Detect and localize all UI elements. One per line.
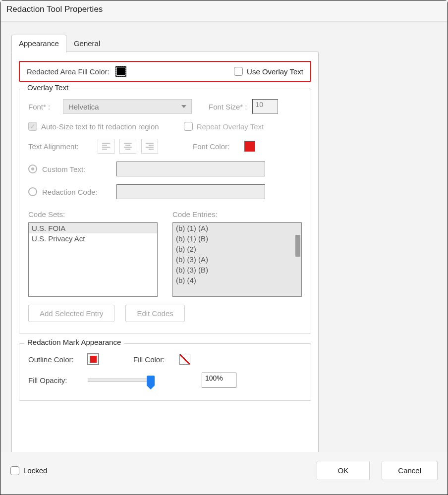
list-item[interactable]: (b) (3) (A) — [173, 254, 301, 265]
locked-label: Locked — [23, 466, 47, 475]
edit-codes-button[interactable]: Edit Codes — [125, 305, 184, 322]
redaction-mark-fieldset: Redaction Mark Appearance Outline Color:… — [19, 343, 311, 401]
code-entries-label: Code Entries: — [172, 210, 302, 219]
font-size-input[interactable]: 10 — [252, 99, 278, 114]
use-overlay-text-label: Use Overlay Text — [247, 67, 303, 76]
dialog-window: Redaction Tool Properties Appearance Gen… — [0, 0, 448, 495]
autosize-label: Auto-Size text to fit redaction region — [41, 122, 159, 131]
ok-button[interactable]: OK — [317, 461, 370, 480]
redaction-code-input[interactable] — [116, 184, 265, 199]
align-right-button[interactable] — [141, 139, 158, 154]
radio-icon — [28, 187, 37, 196]
tab-strip: Appearance General — [11, 35, 108, 53]
align-left-icon — [102, 143, 110, 150]
code-sets-listbox[interactable]: U.S. FOIA U.S. Privacy Act — [28, 222, 158, 297]
checkbox-icon — [10, 466, 19, 475]
align-left-button[interactable] — [98, 139, 114, 154]
font-color-swatch[interactable] — [244, 141, 255, 152]
redacted-fill-color-row: Redacted Area Fill Color: Use Overlay Te… — [19, 61, 311, 82]
repeat-overlay-checkbox[interactable]: Repeat Overlay Text — [184, 122, 264, 131]
redaction-code-radio[interactable]: Redaction Code: — [28, 187, 112, 196]
add-selected-entry-button[interactable]: Add Selected Entry — [28, 305, 114, 322]
overlay-text-legend: Overlay Text — [24, 83, 71, 92]
checkbox-icon — [28, 122, 37, 131]
custom-text-label: Custom Text: — [42, 165, 112, 173]
list-item[interactable]: (b) (1) (B) — [173, 233, 301, 244]
list-item[interactable]: (b) (2) — [173, 244, 301, 254]
code-sets-label: Code Sets: — [28, 210, 158, 219]
checkbox-icon — [184, 122, 193, 131]
font-label: Font* : — [28, 103, 58, 111]
checkbox-icon — [234, 67, 243, 76]
slider-track — [88, 378, 152, 382]
list-item[interactable]: U.S. FOIA — [29, 223, 157, 233]
text-alignment-label: Text Alignment: — [28, 142, 93, 151]
tab-general[interactable]: General — [66, 35, 108, 53]
custom-text-radio[interactable]: Custom Text: — [28, 165, 112, 173]
fill-opacity-slider[interactable] — [88, 378, 162, 382]
font-color-label: Font Color: — [193, 142, 229, 151]
align-center-icon — [124, 143, 132, 150]
font-value: Helvetica — [68, 103, 99, 111]
slider-thumb-icon[interactable] — [147, 376, 155, 385]
fill-opacity-label: Fill Opacity: — [28, 376, 83, 385]
tab-appearance[interactable]: Appearance — [11, 35, 66, 53]
dialog-body: Appearance General Redacted Area Fill Co… — [0, 22, 448, 494]
cancel-button[interactable]: Cancel — [382, 461, 438, 480]
autosize-checkbox[interactable]: Auto-Size text to fit redaction region — [28, 122, 159, 131]
tab-panel-appearance: Redacted Area Fill Color: Use Overlay Te… — [11, 52, 319, 458]
fill-opacity-input[interactable]: 100% — [202, 373, 236, 387]
dialog-button-bar: Locked OK Cancel — [0, 452, 448, 494]
align-right-icon — [146, 143, 154, 150]
mark-fill-color-label: Fill Color: — [133, 355, 165, 364]
repeat-overlay-label: Repeat Overlay Text — [197, 122, 264, 131]
radio-icon — [28, 165, 37, 173]
list-item[interactable]: U.S. Privacy Act — [29, 233, 157, 244]
outline-color-swatch[interactable] — [88, 354, 99, 365]
list-item[interactable]: (b) (1) (A) — [173, 223, 301, 233]
redaction-mark-legend: Redaction Mark Appearance — [24, 338, 124, 346]
custom-text-input[interactable] — [116, 162, 265, 176]
redacted-fill-color-label: Redacted Area Fill Color: — [27, 67, 110, 76]
code-entries-listbox[interactable]: (b) (1) (A) (b) (1) (B) (b) (2) (b) (3) … — [172, 222, 302, 297]
overlay-text-fieldset: Overlay Text Font* : Helvetica Font Size… — [19, 89, 311, 333]
font-select[interactable]: Helvetica — [63, 99, 192, 114]
locked-checkbox[interactable]: Locked — [10, 466, 47, 475]
list-item[interactable]: (b) (4) — [173, 275, 301, 285]
dialog-title: Redaction Tool Properties — [0, 0, 448, 22]
scrollbar-thumb[interactable] — [295, 235, 300, 257]
use-overlay-text-checkbox[interactable]: Use Overlay Text — [234, 67, 303, 76]
list-item[interactable]: (b) (3) (B) — [173, 265, 301, 275]
font-size-label: Font Size* : — [209, 103, 247, 111]
align-center-button[interactable] — [119, 139, 136, 154]
redacted-fill-color-swatch[interactable] — [115, 66, 126, 77]
mark-fill-color-swatch[interactable] — [179, 354, 190, 365]
redaction-code-label: Redaction Code: — [42, 188, 112, 196]
outline-color-label: Outline Color: — [28, 355, 83, 364]
